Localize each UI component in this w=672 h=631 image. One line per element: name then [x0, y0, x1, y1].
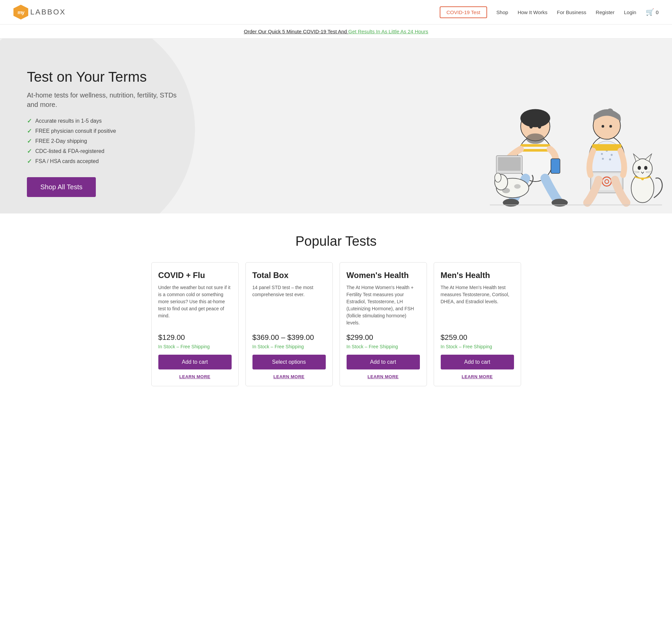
svg-rect-6 — [521, 144, 550, 147]
hero-feature-3: ✓ FREE 2-Day shipping — [27, 138, 188, 145]
nav-register-link[interactable]: Register — [596, 9, 615, 15]
svg-point-17 — [514, 184, 521, 189]
svg-point-5 — [538, 125, 541, 129]
select-options-total-box-button[interactable]: Select options — [253, 355, 326, 369]
card-desc-total-box: 14 panel STD test – the most comprehensi… — [253, 284, 326, 326]
nav-shop-link[interactable]: Shop — [497, 9, 508, 15]
hero-title: Test on Your Terms — [27, 69, 188, 86]
cart-icon-button[interactable]: 🛒 0 — [646, 8, 658, 16]
svg-point-22 — [611, 154, 613, 156]
hero-feature-2: ✓ FREE physician consult if positive — [27, 127, 188, 135]
announcement-bar: Order Our Quick 5 Minute COVID-19 Test A… — [0, 25, 672, 39]
learn-more-covid-flu-link[interactable]: LEARN MORE — [158, 374, 232, 379]
hero-feature-5: ✓ FSA / HSA cards accepted — [27, 158, 188, 165]
popular-tests-title: Popular Tests — [14, 234, 658, 249]
svg-point-27 — [607, 108, 613, 115]
card-price-total-box: $369.00 – $399.00 — [253, 333, 326, 342]
navbar: my LABBOX COVID-19 Test Shop How It Work… — [0, 0, 672, 25]
svg-point-12 — [552, 199, 568, 207]
check-icon-4: ✓ — [27, 148, 32, 155]
card-title-mens-health: Men's Health — [441, 271, 514, 280]
svg-point-28 — [602, 125, 604, 128]
add-to-cart-mens-health-button[interactable]: Add to cart — [441, 355, 514, 369]
hero-illustration — [470, 52, 665, 214]
hero-feature-1: ✓ Accurate results in 1-5 days — [27, 117, 188, 125]
svg-point-37 — [644, 166, 647, 170]
svg-point-2 — [520, 109, 550, 127]
check-icon-2: ✓ — [27, 127, 32, 135]
hero-content: Test on Your Terms At-home tests for wel… — [27, 69, 188, 197]
popular-tests-section: Popular Tests COVID + Flu Under the weat… — [0, 214, 672, 400]
learn-more-mens-health-link[interactable]: LEARN MORE — [441, 374, 514, 379]
nav-for-business-link[interactable]: For Business — [557, 9, 586, 15]
card-desc-mens-health: The At Home Men's Health test measures T… — [441, 284, 514, 326]
product-card-covid-flu: COVID + Flu Under the weather but not su… — [151, 262, 239, 386]
svg-rect-7 — [521, 149, 550, 152]
card-desc-covid-flu: Under the weather but not sure if it is … — [158, 284, 232, 326]
svg-point-35 — [633, 159, 652, 178]
check-icon-3: ✓ — [27, 138, 32, 145]
shop-all-tests-button[interactable]: Shop All Tests — [27, 177, 96, 197]
learn-more-total-box-link[interactable]: LEARN MORE — [253, 374, 326, 379]
svg-point-11 — [503, 199, 519, 207]
card-title-total-box: Total Box — [253, 271, 326, 280]
nav-login-link[interactable]: Login — [624, 9, 637, 15]
svg-rect-9 — [498, 157, 521, 171]
card-stock-covid-flu: In Stock – Free Shipping — [158, 344, 232, 349]
svg-point-24 — [609, 158, 611, 160]
card-desc-womens-health: The At Home Women's Health + Fertility T… — [346, 284, 420, 326]
svg-point-36 — [638, 166, 641, 170]
card-price-covid-flu: $129.00 — [158, 333, 232, 342]
cart-count: 0 — [656, 9, 658, 15]
hero-features-list: ✓ Accurate results in 1-5 days ✓ FREE ph… — [27, 117, 188, 165]
covid-test-button[interactable]: COVID-19 Test — [440, 6, 487, 18]
svg-rect-10 — [551, 159, 560, 173]
svg-point-29 — [609, 125, 612, 128]
learn-more-womens-health-link[interactable]: LEARN MORE — [346, 374, 420, 379]
logo-my-text: my — [18, 9, 24, 15]
hero-feature-4: ✓ CDC-listed & FDA-registered — [27, 148, 188, 155]
add-to-cart-womens-health-button[interactable]: Add to cart — [346, 355, 420, 369]
card-price-mens-health: $259.00 — [441, 333, 514, 342]
svg-point-20 — [601, 153, 603, 155]
hero-subtitle: At-home tests for wellness, nutrition, f… — [27, 91, 188, 109]
svg-point-16 — [502, 188, 510, 193]
product-card-mens-health: Men's Health The At Home Men's Health te… — [434, 262, 521, 386]
check-icon-5: ✓ — [27, 158, 32, 165]
hero-section: Test on Your Terms At-home tests for wel… — [0, 39, 672, 214]
add-to-cart-covid-flu-button[interactable]: Add to cart — [158, 355, 232, 369]
svg-point-23 — [602, 158, 604, 160]
card-title-womens-health: Women's Health — [346, 271, 420, 280]
card-stock-mens-health: In Stock – Free Shipping — [441, 344, 514, 349]
card-stock-womens-health: In Stock – Free Shipping — [346, 344, 420, 349]
card-title-covid-flu: COVID + Flu — [158, 271, 232, 280]
logo[interactable]: my LABBOX — [14, 5, 66, 20]
product-cards-grid: COVID + Flu Under the weather but not su… — [151, 262, 521, 386]
nav-links: COVID-19 Test Shop How It Works For Busi… — [440, 6, 658, 18]
card-price-womens-health: $299.00 — [346, 333, 420, 342]
check-icon-1: ✓ — [27, 117, 32, 125]
logo-hex: my — [14, 5, 28, 20]
product-card-total-box: Total Box 14 panel STD test – the most c… — [245, 262, 333, 386]
shopping-cart-icon: 🛒 — [646, 8, 654, 16]
card-stock-total-box: In Stock – Free Shipping — [253, 344, 326, 349]
svg-point-15 — [495, 173, 501, 182]
announcement-text: Order Our Quick 5 Minute COVID-19 Test A… — [244, 29, 428, 34]
svg-point-3 — [526, 134, 544, 144]
svg-point-4 — [529, 125, 533, 129]
svg-rect-25 — [592, 144, 622, 151]
product-card-womens-health: Women's Health The At Home Women's Healt… — [339, 262, 427, 386]
svg-point-42 — [641, 177, 644, 180]
nav-how-it-works-link[interactable]: How It Works — [518, 9, 548, 15]
logo-labbox-text: LABBOX — [30, 8, 66, 17]
announcement-link[interactable]: Get Results In As Little As 24 Hours — [348, 29, 428, 34]
